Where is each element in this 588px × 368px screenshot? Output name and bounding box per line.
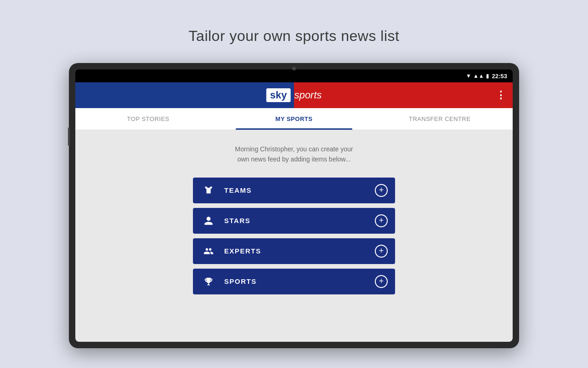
status-bar: ▼ ▲▲ ▮ 22:53: [75, 69, 513, 82]
logo-sports: sports: [290, 89, 322, 101]
stars-label: STARS: [224, 217, 375, 224]
category-list: TEAMS + STARS +: [193, 178, 395, 294]
sports-add-button[interactable]: +: [375, 275, 388, 288]
tablet-device: ▼ ▲▲ ▮ 22:53 sky sports ⋮ TOP STORIES MY…: [69, 63, 519, 348]
header-menu-button[interactable]: ⋮: [496, 89, 506, 101]
list-item-stars[interactable]: STARS +: [193, 208, 395, 234]
header-blue-bg: [75, 82, 294, 108]
trophy-icon: [200, 273, 217, 290]
list-item-sports[interactable]: SPORTS +: [193, 269, 395, 294]
teams-label: TEAMS: [224, 186, 375, 194]
battery-icon: ▮: [486, 73, 489, 79]
header-red-bg: [294, 82, 513, 108]
experts-add-button[interactable]: +: [375, 245, 388, 258]
tab-bar: TOP STORIES MY SPORTS TRANSFER CENTRE: [75, 108, 513, 130]
tab-transfer-centre[interactable]: TRANSFER CENTRE: [367, 108, 513, 130]
person-icon: [200, 213, 217, 229]
tab-top-stories[interactable]: TOP STORIES: [75, 108, 221, 130]
content-area: Morning Christopher, you can create your…: [75, 130, 513, 342]
tablet-camera: [292, 67, 296, 70]
person-group-icon: [200, 243, 217, 259]
status-icons: ▼ ▲▲ ▮: [466, 73, 489, 79]
tablet-screen: ▼ ▲▲ ▮ 22:53 sky sports ⋮ TOP STORIES MY…: [75, 69, 513, 342]
list-item-experts[interactable]: EXPERTS +: [193, 238, 395, 264]
app-header: sky sports ⋮: [75, 82, 513, 108]
teams-add-button[interactable]: +: [375, 184, 388, 197]
tablet-side-button: [68, 127, 70, 146]
list-item-teams[interactable]: TEAMS +: [193, 178, 395, 203]
status-time: 22:53: [492, 73, 507, 80]
shirt-icon: [200, 182, 217, 199]
experts-label: EXPERTS: [224, 247, 375, 255]
welcome-text: Morning Christopher, you can create your…: [235, 144, 353, 165]
stars-add-button[interactable]: +: [375, 214, 388, 227]
sports-label: SPORTS: [224, 277, 375, 285]
logo-sky: sky: [266, 88, 291, 102]
tab-my-sports[interactable]: MY SPORTS: [221, 108, 367, 130]
app-logo: sky sports: [266, 88, 322, 102]
wifi-icon: ▼: [466, 73, 471, 79]
page-headline: Tailor your own sports news list: [189, 28, 400, 45]
signal-icon: ▲▲: [473, 73, 484, 79]
